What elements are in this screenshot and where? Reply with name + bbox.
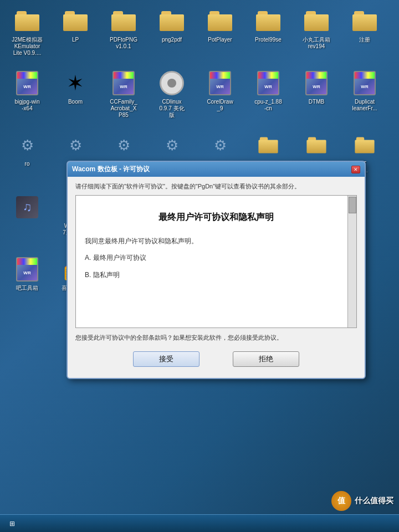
accept-button[interactable]: 接受 <box>133 351 200 367</box>
dialog-close-button[interactable]: ✕ <box>351 166 360 173</box>
eula-body-text: 我同意最终用户许可协议和隐私声明。 <box>85 236 347 247</box>
scrollbar-thumb[interactable] <box>349 197 356 213</box>
dialog-overlay: Wacom 数位板 - 许可协议 ✕ 请仔细阅读下面的"软件许可协议"。按键盘的… <box>0 0 399 532</box>
reject-button[interactable]: 拒绝 <box>233 351 299 367</box>
eula-section-a: A. 最终用户许可协议 <box>85 252 347 263</box>
dialog-text-area[interactable]: 最终用户许可协议和隐私声明 我同意最终用户许可协议和隐私声明。 A. 最终用户许… <box>75 195 357 328</box>
scrollbar[interactable] <box>347 196 356 328</box>
dialog-buttons: 接受 拒绝 <box>75 348 357 372</box>
eula-title: 最终用户许可协议和隐私声明 <box>85 210 347 224</box>
dialog-accept-text: 您接受此许可协议中的全部条款吗？如果想安装此软件，您必须接受此协议。 <box>75 334 357 342</box>
taskbar-items: ⊞ <box>0 517 399 530</box>
dialog-controls: ✕ <box>351 166 360 173</box>
dialog-title: Wacom 数位板 - 许可协议 <box>72 165 150 174</box>
dialog-instruction: 请仔细阅读下面的"软件许可协议"。按键盘的"PgDn"键可以查看协议书的其余部分… <box>75 182 357 191</box>
eula-section-b: B. 隐私声明 <box>85 269 347 280</box>
dialog-titlebar: Wacom 数位板 - 许可协议 ✕ <box>68 162 365 177</box>
dialog-content: 请仔细阅读下面的"软件许可协议"。按键盘的"PgDn"键可以查看协议书的其余部分… <box>68 177 365 378</box>
watermark: 值 什么值得买 <box>331 491 393 511</box>
dialog-eula-content: 最终用户许可协议和隐私声明 我同意最终用户许可协议和隐私声明。 A. 最终用户许… <box>85 210 347 280</box>
start-button[interactable]: ⊞ <box>6 517 19 530</box>
watermark-symbol: 值 <box>331 491 351 511</box>
license-dialog: Wacom 数位板 - 许可协议 ✕ 请仔细阅读下面的"软件许可协议"。按键盘的… <box>66 161 366 379</box>
taskbar: ⊞ <box>0 514 399 532</box>
watermark-text: 什么值得买 <box>355 496 393 506</box>
desktop: J2ME模拟器KEmulatorLite V0.9.... LP PDFtoPN… <box>0 0 399 532</box>
eula-body: 我同意最终用户许可协议和隐私声明。 A. 最终用户许可协议 B. 隐私声明 <box>85 236 347 280</box>
